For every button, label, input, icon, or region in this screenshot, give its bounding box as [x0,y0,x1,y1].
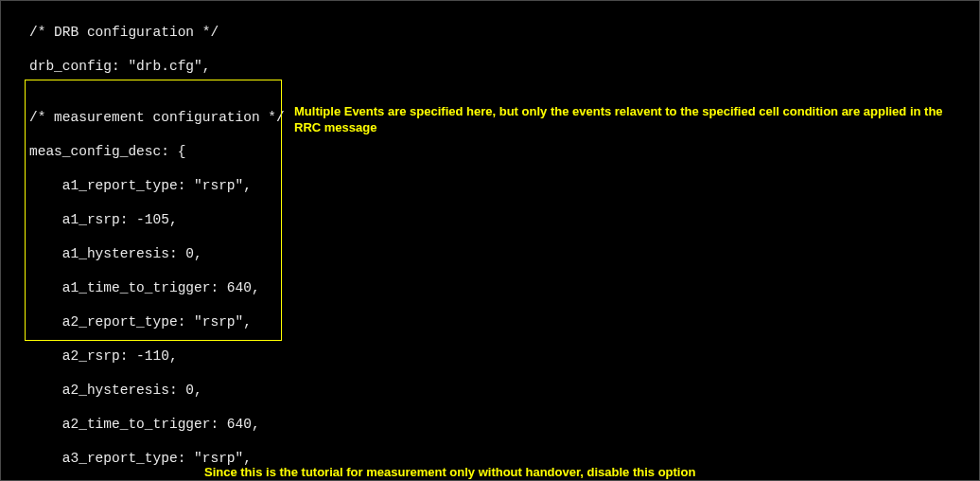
code-line: a2_time_to_trigger: 640, [29,416,971,433]
code-line: meas_config_desc: { [29,143,971,160]
code-line: a1_report_type: "rsrp", [29,177,971,194]
code-line: a2_rsrp: -110, [29,347,971,365]
code-line: a2_hysteresis: 0, [29,382,971,399]
code-line: a1_rsrp: -105, [29,211,971,228]
annotation-meas-config: Multiple Events are specified here, but … [294,103,956,135]
code-line: /* DRB configuration */ [29,24,971,41]
code-line: drb_config: "drb.cfg", [29,58,971,75]
annotation-ho-from-meas: Since this is the tutorial for measureme… [204,465,695,479]
code-line: a1_time_to_trigger: 640, [29,279,971,296]
code-line: a1_hysteresis: 0, [29,245,971,262]
code-block: /* DRB configuration */ drb_config: "drb… [9,7,971,481]
code-line: a2_report_type: "rsrp", [29,313,971,330]
